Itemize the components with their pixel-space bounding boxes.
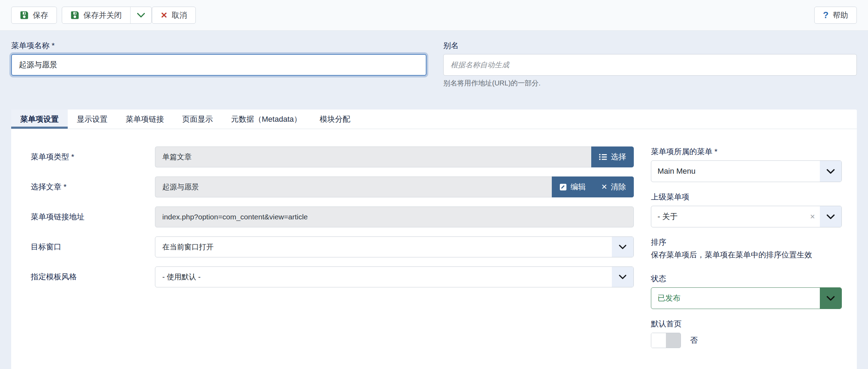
menu-item-title-input[interactable] xyxy=(11,54,426,76)
cancel-x-icon: ✕ xyxy=(161,10,168,20)
clear-x-icon: ✕ xyxy=(601,183,607,191)
header-fields: 菜单项名称 * 别名 别名将用作地址(URL)的一部分. xyxy=(0,31,868,88)
parent-item-clear-icon[interactable]: × xyxy=(810,206,820,227)
chevron-down-icon xyxy=(820,206,841,227)
menu-type-select-button-label: 选择 xyxy=(611,152,626,162)
status-select[interactable]: 已发布 xyxy=(651,287,842,309)
link-readonly-field: index.php?option=com_content&view=articl… xyxy=(155,206,634,227)
alias-field-group: 别名 别名将用作地址(URL)的一部分. xyxy=(443,40,857,88)
chevron-down-icon xyxy=(137,13,145,18)
template-style-selected-value: - 使用默认 - xyxy=(155,267,612,287)
menu-type-select-button[interactable]: 选择 xyxy=(591,146,634,167)
menu-assignment-label: 菜单项所属的菜单 * xyxy=(651,146,842,157)
menu-type-label: 菜单项类型 * xyxy=(31,152,155,162)
alias-input[interactable] xyxy=(443,54,857,76)
ordering-note: 保存菜单项后，菜单项在菜单中的排序位置生效 xyxy=(651,249,842,261)
tab-bar: 菜单项设置 显示设置 菜单项链接 页面显示 元数据（Metadata） 模块分配 xyxy=(11,110,857,129)
parent-item-label: 上级菜单项 xyxy=(651,192,842,202)
menu-assignment-group: 菜单项所属的菜单 * Main Menu xyxy=(651,146,842,182)
save-close-split-button: 保存并关闭 xyxy=(62,7,152,24)
status-group: 状态 已发布 xyxy=(651,273,842,309)
alias-label: 别名 xyxy=(443,40,857,51)
toggle-knob xyxy=(651,333,666,348)
target-window-label: 目标窗口 xyxy=(31,242,155,252)
save-button-label: 保存 xyxy=(33,10,48,21)
default-home-label: 默认首页 xyxy=(651,319,842,329)
alias-help-text: 别名将用作地址(URL)的一部分. xyxy=(443,78,857,88)
status-selected-value: 已发布 xyxy=(651,288,820,309)
chevron-down-icon xyxy=(612,267,633,287)
form-left-column: 菜单项类型 * 单篇文章 选择 xyxy=(31,146,634,358)
article-clear-button-label: 清除 xyxy=(611,182,626,192)
article-edit-button[interactable]: 编辑 xyxy=(552,176,593,197)
chevron-down-icon xyxy=(820,288,841,309)
menu-assignment-select[interactable]: Main Menu xyxy=(651,160,842,182)
link-row: 菜单项链接地址 index.php?option=com_content&vie… xyxy=(31,206,634,227)
target-window-row: 目标窗口 在当前窗口打开 xyxy=(31,236,634,257)
parent-item-select[interactable]: - 关于 × xyxy=(651,206,842,227)
link-label: 菜单项链接地址 xyxy=(31,212,155,222)
tab-link-type[interactable]: 菜单项链接 xyxy=(117,110,173,129)
template-style-select[interactable]: - 使用默认 - xyxy=(155,266,634,287)
tab-page-display[interactable]: 页面显示 xyxy=(173,110,222,129)
toolbar: 保存 保存并关闭 ✕ 取消 ? 帮助 xyxy=(0,0,868,31)
save-close-button-label: 保存并关闭 xyxy=(83,10,122,21)
status-label: 状态 xyxy=(651,273,842,284)
help-button-label: 帮助 xyxy=(833,10,848,21)
select-article-label: 选择文章 * xyxy=(31,182,155,192)
menu-type-row: 菜单项类型 * 单篇文章 选择 xyxy=(31,146,634,167)
save-close-button[interactable]: 保存并关闭 xyxy=(62,7,130,23)
article-edit-button-label: 编辑 xyxy=(570,182,586,192)
tab-display-settings[interactable]: 显示设置 xyxy=(68,110,117,129)
save-button[interactable]: 保存 xyxy=(11,7,57,24)
edit-card: 菜单项设置 显示设置 菜单项链接 页面显示 元数据（Metadata） 模块分配… xyxy=(11,110,857,369)
default-home-group: 默认首页 否 xyxy=(651,319,842,348)
cancel-button[interactable]: ✕ 取消 xyxy=(152,7,196,24)
pencil-square-icon xyxy=(559,183,567,191)
save-options-dropdown-toggle[interactable] xyxy=(130,7,151,23)
list-icon xyxy=(599,153,607,161)
menu-type-readonly-field: 单篇文章 xyxy=(155,146,591,167)
parent-item-group: 上级菜单项 - 关于 × xyxy=(651,192,842,227)
ordering-label: 排序 xyxy=(651,237,842,248)
menu-assignment-selected-value: Main Menu xyxy=(651,161,820,182)
title-label: 菜单项名称 * xyxy=(11,40,426,51)
tab-details[interactable]: 菜单项设置 xyxy=(11,110,68,129)
chevron-down-icon xyxy=(820,161,841,182)
ordering-group: 排序 保存菜单项后，菜单项在菜单中的排序位置生效 xyxy=(651,237,842,261)
title-field-group: 菜单项名称 * xyxy=(11,40,426,88)
selected-article-readonly-field: 起源与愿景 xyxy=(155,176,552,197)
toggle-track xyxy=(666,333,681,348)
select-article-row: 选择文章 * 起源与愿景 编辑 xyxy=(31,176,634,197)
target-window-select[interactable]: 在当前窗口打开 xyxy=(155,236,634,257)
cancel-button-label: 取消 xyxy=(172,10,187,21)
tab-module-assignment[interactable]: 模块分配 xyxy=(311,110,359,129)
default-home-toggle[interactable] xyxy=(651,333,681,348)
form-right-column: 菜单项所属的菜单 * Main Menu 上级菜单项 - 关于 × xyxy=(651,146,842,358)
chevron-down-icon xyxy=(612,237,633,257)
default-home-value: 否 xyxy=(690,335,698,346)
target-window-selected-value: 在当前窗口打开 xyxy=(155,237,612,257)
article-actions-group: 编辑 ✕ 清除 xyxy=(552,176,634,197)
tab-metadata[interactable]: 元数据（Metadata） xyxy=(222,110,311,129)
save-icon xyxy=(20,11,29,20)
help-button[interactable]: ? 帮助 xyxy=(814,7,857,24)
template-style-label: 指定模板风格 xyxy=(31,272,155,282)
save-icon xyxy=(71,11,79,20)
help-question-icon: ? xyxy=(823,10,829,21)
template-style-row: 指定模板风格 - 使用默认 - xyxy=(31,266,634,287)
parent-item-selected-value: - 关于 xyxy=(651,206,810,227)
article-clear-button[interactable]: ✕ 清除 xyxy=(593,176,634,197)
tab-content: 菜单项类型 * 单篇文章 选择 xyxy=(11,129,857,358)
